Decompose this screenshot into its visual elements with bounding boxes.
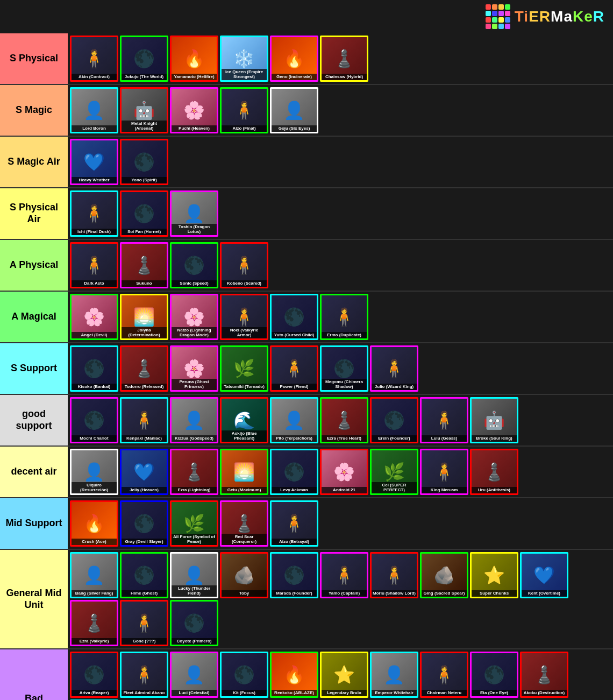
tier-row-mid-support: Mid Support🔥Crush (Ace)🌑Gray (Devil Slay…: [0, 498, 613, 550]
character-card[interactable]: 🌑Yuto (Cursed Child): [270, 294, 318, 340]
character-card[interactable]: 👤Kizzua (Godspeed): [170, 397, 218, 443]
logo-dot: [498, 11, 504, 16]
character-card[interactable]: 🧍Aizo (Final): [220, 87, 268, 133]
character-card[interactable]: 🔥Renkoko (ABLAZE): [270, 652, 318, 698]
character-card[interactable]: 🌸Natzo (Lightning Dragon Mode): [170, 294, 218, 340]
character-card[interactable]: 🌑Kit (Focus): [220, 652, 268, 698]
character-card[interactable]: 🌑Ariva (Reaper): [70, 652, 118, 698]
card-avatar: 🌸Peruna (Ghost Princess): [172, 347, 217, 390]
character-card[interactable]: 🧍Yamo (Captain): [320, 552, 368, 598]
character-card[interactable]: 👤Luci (Celestial): [170, 652, 218, 698]
character-card[interactable]: 🧍Noel (Valkyrie Armor): [220, 294, 268, 340]
character-card[interactable]: 🌑Gray (Devil Slayer): [120, 500, 168, 547]
character-card[interactable]: 🧍Fleet Admiral Akano: [120, 652, 168, 698]
character-card[interactable]: 🌸Angel (Devil): [70, 294, 118, 340]
character-card[interactable]: 🤖Broke (Soul King): [470, 397, 518, 443]
character-card[interactable]: 🌑Mochi Charlot: [70, 397, 118, 443]
tier-label-mid-support: Mid Support: [0, 498, 68, 549]
character-card[interactable]: 🪨Ging (Sacred Spear): [420, 552, 468, 598]
character-card[interactable]: 🌸Puchi (Heaven): [170, 87, 218, 133]
character-card[interactable]: 🔥Yamamoto (Hellfire): [170, 36, 218, 82]
character-card[interactable]: 🌅Getu (Maximum): [220, 449, 268, 495]
character-card[interactable]: 🧍Kobeno (Scared): [220, 242, 268, 288]
character-card[interactable]: ♟️Ezra (True Heart): [320, 397, 368, 443]
character-card[interactable]: 👤Lucky (Thunder Fiend): [170, 552, 218, 598]
card-avatar: 🌑Hime (Ghost): [122, 554, 167, 597]
card-character-name: Kent (Overtime): [522, 590, 567, 597]
character-card[interactable]: ♟️Ezra (Lightning): [170, 449, 218, 495]
tier-label-decent-air: decent air: [0, 447, 68, 497]
character-card[interactable]: 🧍Julio (Wizard King): [370, 345, 418, 392]
character-card[interactable]: ❄️Ice Queen (Empire Strongest): [220, 36, 268, 82]
character-card[interactable]: 🔥Crush (Ace): [70, 500, 118, 547]
character-card[interactable]: 🧍Chairman Neteru: [420, 652, 468, 698]
character-card[interactable]: 👤Emperor Whitehair: [370, 652, 418, 698]
character-card[interactable]: 🌑Levy Ackman: [270, 449, 318, 495]
character-card[interactable]: 🌸Peruna (Ghost Princess): [170, 345, 218, 392]
card-character-name: Aokijo (Blue Pheasant): [222, 430, 267, 442]
character-card[interactable]: ♟️Uru (Antithesis): [470, 449, 518, 495]
card-avatar: 👤Emperor Whitehair: [372, 653, 417, 696]
character-card[interactable]: 🧍Ermo (Duplicate): [320, 294, 368, 340]
character-card[interactable]: ♟️Sukuno: [120, 242, 168, 288]
card-avatar: 🧍Chairman Neteru: [422, 653, 467, 696]
character-card[interactable]: 🌑Soi Fan (Hornet): [120, 190, 168, 237]
character-card[interactable]: 💙Kent (Overtime): [520, 552, 568, 598]
tier-label-a-physical: A Physical: [0, 240, 68, 291]
card-character-name: Jelly (Heaven): [122, 487, 167, 493]
character-card[interactable]: 🌑Hime (Ghost): [120, 552, 168, 598]
character-card[interactable]: 🌊Aokijo (Blue Pheasant): [220, 397, 268, 443]
character-card[interactable]: 🌸Android 21: [320, 449, 368, 495]
character-card[interactable]: 👤Goju (Six Eyes): [270, 87, 318, 133]
character-card[interactable]: 💙Heavy Weather: [70, 139, 118, 185]
card-avatar: ♟️Ezra (Lightning): [172, 450, 217, 493]
character-card[interactable]: ⭐Super Chunks: [470, 552, 518, 598]
card-character-name: Metal Knight (Arsenal): [122, 121, 167, 132]
character-card[interactable]: 🌑Jokujo (The World): [120, 36, 168, 82]
character-card[interactable]: 🧍Kenpaki (Maniac): [120, 397, 168, 443]
character-card[interactable]: 🧍Akin (Contract): [70, 36, 118, 82]
character-card[interactable]: 🌑Marada (Founder): [270, 552, 318, 598]
character-card[interactable]: 🌑Coyote (Primero): [170, 600, 218, 646]
character-card[interactable]: 🌿Cel (SUPER PERFECT): [370, 449, 418, 495]
character-card[interactable]: ♟️Red Scar (Conqueror): [220, 500, 268, 547]
card-avatar: 🧍Noel (Valkyrie Armor): [222, 295, 267, 338]
card-character-name: Luci (Celestial): [172, 690, 217, 696]
character-card[interactable]: 👤Pito (Terpsichora): [270, 397, 318, 443]
character-card[interactable]: 🪨Toby: [220, 552, 268, 598]
character-card[interactable]: ♟️Akoku (Destruction): [520, 652, 568, 698]
character-card[interactable]: 🌑Erein (Founder): [370, 397, 418, 443]
character-card[interactable]: 🧍King Meruam: [420, 449, 468, 495]
card-character-name: Moriu (Shadow Lord): [372, 590, 417, 597]
character-card[interactable]: 🧍Gone (???): [120, 600, 168, 646]
tier-items-s-magic: 👤Lord Boron🤖Metal Knight (Arsenal)🌸Puchi…: [68, 85, 613, 136]
card-character-name: Goju (Six Eyes): [272, 125, 317, 132]
character-card[interactable]: 👤Ulquiro (Resurreción): [70, 449, 118, 495]
character-card[interactable]: 🌿Tatsumiki (Tornado): [220, 345, 268, 392]
character-card[interactable]: 🔥Geno (Incinerate): [270, 36, 318, 82]
character-card[interactable]: 🌑Yono (Spirit): [120, 139, 168, 185]
character-card[interactable]: 👤Bang (Silver Fang): [70, 552, 118, 598]
character-card[interactable]: 🌑Kisoko (Bankai): [70, 345, 118, 392]
tier-row-s-physical-air: S Physical Air🧍Ichi (Final Dusk)🌑Soi Fan…: [0, 188, 613, 240]
character-card[interactable]: ♟️Chainsaw (Hybrid): [320, 36, 368, 82]
character-card[interactable]: 🧍Ichi (Final Dusk): [70, 190, 118, 237]
character-card[interactable]: 🌿All Force (Symbol of Peace): [170, 500, 218, 547]
logo-dot: [505, 17, 510, 23]
character-card[interactable]: 🌑Sonic (Speed): [170, 242, 218, 288]
character-card[interactable]: 🧍Power (Fiend): [270, 345, 318, 392]
character-card[interactable]: ⭐Legendary Brulo: [320, 652, 368, 698]
character-card[interactable]: 👤Lord Boron: [70, 87, 118, 133]
character-card[interactable]: 🤖Metal Knight (Arsenal): [120, 87, 168, 133]
character-card[interactable]: 🧍Moriu (Shadow Lord): [370, 552, 418, 598]
character-card[interactable]: 🌅Jolyna (Determination): [120, 294, 168, 340]
character-card[interactable]: ♟️Todorro (Released): [120, 345, 168, 392]
character-card[interactable]: 🧍Aizo (Betrayal): [270, 500, 318, 547]
character-card[interactable]: 🌑Megomu (Chimera Shadow): [320, 345, 368, 392]
character-card[interactable]: 🧍Dark Asto: [70, 242, 118, 288]
character-card[interactable]: 👤Toshin (Dragon Lotus): [170, 190, 218, 237]
character-card[interactable]: 💙Jelly (Heaven): [120, 449, 168, 495]
character-card[interactable]: 🌑Eta (One Eye): [470, 652, 518, 698]
character-card[interactable]: ♟️Ezra (Valkyrie): [70, 600, 118, 646]
character-card[interactable]: 🧍Lulu (Geass): [420, 397, 468, 443]
